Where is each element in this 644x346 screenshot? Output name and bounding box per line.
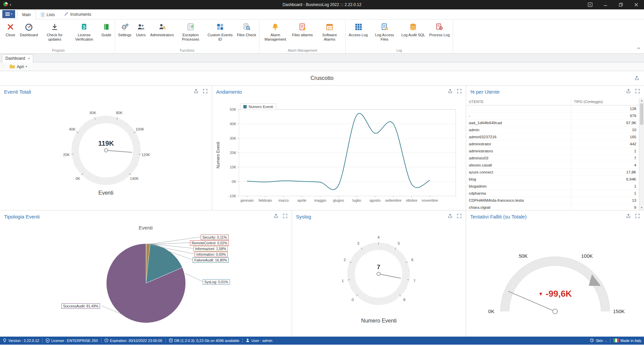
table-row[interactable]: aad_1d44fe649cad67,9K xyxy=(466,119,644,127)
svg-text:40K: 40K xyxy=(69,127,76,131)
process-log-button[interactable]: Process Log xyxy=(427,20,452,48)
app-menu-button[interactable]: ▾ xyxy=(2,10,15,18)
pie-label-security: Security: 0,11% xyxy=(201,235,229,240)
log-access-files-button[interactable]: Log Access Files xyxy=(370,20,399,48)
apri-button[interactable]: Apri ▾ xyxy=(7,63,29,70)
svg-text:-10K: -10K xyxy=(229,194,237,198)
ribbon-tab-main[interactable]: Main xyxy=(17,10,36,19)
export-icon[interactable] xyxy=(626,213,631,220)
users-icon xyxy=(137,21,145,32)
dashboard-button[interactable]: Dashboard xyxy=(18,20,40,48)
settings-button[interactable]: Settings xyxy=(116,20,134,48)
scrollbar-thumb[interactable] xyxy=(640,103,643,125)
administrators-button[interactable]: Administrators xyxy=(148,20,176,48)
scroll-up-icon[interactable]: ▲ xyxy=(639,98,644,103)
table-row[interactable]: admin93237216165 xyxy=(466,134,644,141)
table-row[interactable]: blog6,94K xyxy=(466,176,644,183)
export-icon[interactable] xyxy=(448,89,453,95)
export-icon[interactable] xyxy=(194,89,199,95)
tools-icon xyxy=(64,12,68,17)
table-row[interactable]: administrator442 xyxy=(466,141,644,148)
export-icon[interactable] xyxy=(626,89,631,95)
restore-button[interactable] xyxy=(613,0,629,9)
check-updates-button[interactable]: Check for updates xyxy=(40,20,69,48)
close-window-button[interactable] xyxy=(629,0,644,9)
table-row[interactable]: cdpharma1 xyxy=(466,190,644,197)
scroll-down-icon[interactable]: ▼ xyxy=(639,205,644,210)
export-icon[interactable] xyxy=(274,213,279,220)
table-row[interactable]: -979 xyxy=(466,112,644,119)
chevron-down-icon: ▾ xyxy=(11,13,12,15)
svg-text:1: 1 xyxy=(342,279,344,283)
tab-dashboard[interactable]: Dashboard × xyxy=(2,54,33,62)
skin-selector[interactable]: Skin ⌄ xyxy=(590,338,607,343)
panel-tentativi-falliti: Tentativi Falliti (su Totale) 0K50K100K1… xyxy=(466,210,644,337)
group-label-functions: Functions xyxy=(116,48,258,53)
maximize-panel-icon[interactable] xyxy=(635,213,640,220)
custom-events-id-button[interactable]: Custom Events ID xyxy=(205,20,235,48)
alarm-management-button[interactable]: Alarm Management xyxy=(260,20,290,48)
export-icon[interactable] xyxy=(634,76,639,82)
access-log-button[interactable]: Access Log xyxy=(347,20,370,48)
log-audit-sql-button[interactable]: Log Audit SQL xyxy=(399,20,427,48)
maximize-panel-icon[interactable] xyxy=(203,89,208,95)
column-header-utente[interactable]: UTENTE xyxy=(466,100,571,104)
license-verification-button[interactable]: License Verification xyxy=(69,20,99,48)
syslog-gauge: 0123456787 Numero Eventi xyxy=(292,223,466,337)
svg-text:60K: 60K xyxy=(90,111,96,115)
italy-flag-icon xyxy=(613,339,619,343)
svg-text:7: 7 xyxy=(377,264,380,270)
table-row[interactable]: admin10 xyxy=(466,127,644,134)
table-row[interactable]: blogadmin1 xyxy=(466,183,644,190)
exception-processes-button[interactable]: Exception Processes xyxy=(176,20,205,48)
license-check-icon xyxy=(80,21,88,32)
table-row[interactable]: chiara.olgiati9 xyxy=(466,204,644,210)
ribbon-options-icon[interactable] xyxy=(582,0,598,9)
download-arrow-icon xyxy=(51,21,59,32)
panel-tipologia-eventi: Tipologia Eventi Eventi Security: 0,11% … xyxy=(0,210,292,337)
pie-label-syslog: SysLog: 0,01% xyxy=(203,279,230,285)
files-alarms-button[interactable]: Files allarms xyxy=(290,20,315,48)
maximize-panel-icon[interactable] xyxy=(283,213,288,220)
vertical-scrollbar[interactable]: ▲ ▼ xyxy=(639,98,644,210)
app-menu-caret-icon[interactable]: ▾ xyxy=(10,3,11,6)
dashboard-header: Cruscotto xyxy=(0,71,644,85)
ribbon-tab-lists[interactable]: {} Lists xyxy=(36,10,59,19)
grid-icon xyxy=(354,21,363,32)
close-app-button[interactable]: Close xyxy=(3,20,18,48)
svg-text:6: 6 xyxy=(411,258,413,262)
svg-text:maggio: maggio xyxy=(314,198,326,202)
svg-text:3: 3 xyxy=(357,241,359,245)
users-button[interactable]: Users xyxy=(134,20,148,48)
folder-icon xyxy=(9,64,15,69)
eventi-totali-gauge: 0K20K40K60K80K100K120K140K119K Eventi xyxy=(0,98,212,210)
alarm-file-icon xyxy=(298,21,307,32)
files-check-button[interactable]: Files Check xyxy=(235,20,258,48)
gear-icon xyxy=(120,21,129,32)
ribbon-group-program: Close Dashboard Check for updates Licens… xyxy=(2,20,115,53)
svg-text:novembre: novembre xyxy=(422,198,438,202)
toolbar-grip[interactable]: ⋮ xyxy=(1,64,5,69)
maximize-panel-icon[interactable] xyxy=(457,89,462,95)
table-row[interactable]: adminsis037 xyxy=(466,155,644,162)
table-row[interactable]: administrators1 xyxy=(466,148,644,155)
table-row[interactable]: CDPHARMA\da-francesco.testa13 xyxy=(466,197,644,204)
pie-label-informazioni: Informazioni: 1,58% xyxy=(193,246,228,251)
guide-button[interactable]: Guide xyxy=(99,20,114,48)
group-label-program: Program xyxy=(3,48,114,53)
ribbon-tab-instruments[interactable]: Instruments xyxy=(59,10,96,19)
svg-text:10K: 10K xyxy=(230,165,236,169)
ribbon-collapse-icon[interactable] xyxy=(637,45,641,51)
svg-text:Numero Eventi: Numero Eventi xyxy=(216,142,220,168)
panel-title: Tentativi Falliti (su Totale) xyxy=(470,214,527,219)
tab-close-icon[interactable]: × xyxy=(28,57,30,60)
export-icon[interactable] xyxy=(448,213,453,220)
table-row[interactable]: alessio.casati4 xyxy=(466,162,644,169)
table-row[interactable]: 128 xyxy=(466,105,644,112)
software-alarms-button[interactable]: Software Alarms xyxy=(315,20,344,48)
table-row[interactable]: azure.connect17,8K xyxy=(466,169,644,176)
minimize-button[interactable] xyxy=(598,0,613,9)
maximize-panel-icon[interactable] xyxy=(457,213,462,220)
column-header-tipo[interactable]: TIPO (Conteggio) xyxy=(571,98,639,105)
maximize-panel-icon[interactable] xyxy=(635,89,640,95)
